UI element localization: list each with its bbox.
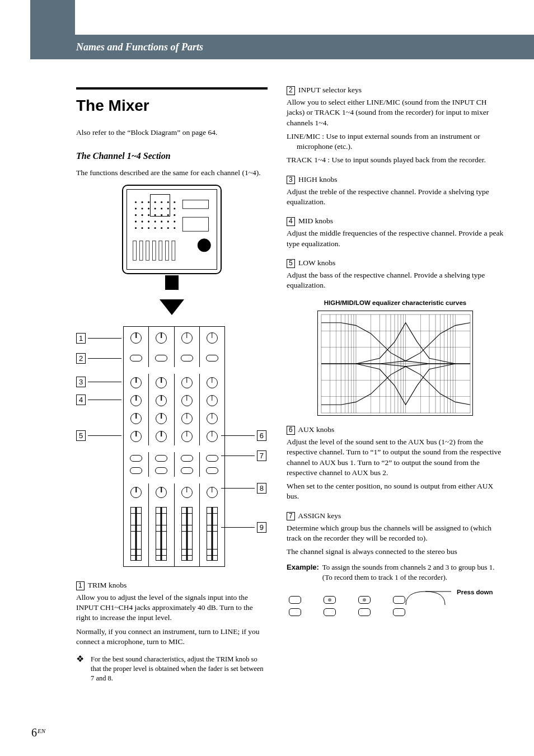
item-assign-keys: 7 ASSIGN keys Determine which group bus …	[287, 511, 504, 616]
svg-point-12	[167, 208, 169, 209]
item-body: LINE/MIC : Use to input external sounds …	[287, 132, 504, 152]
subsection-heading: The Channel 1~4 Section	[76, 150, 268, 162]
svg-rect-35	[133, 241, 137, 260]
svg-point-9	[148, 208, 149, 209]
item-number: 5	[287, 259, 295, 268]
svg-point-14	[135, 214, 137, 216]
assign-keys-illustration	[289, 596, 405, 616]
svg-point-1	[142, 201, 143, 203]
svg-point-44	[198, 239, 210, 252]
svg-point-27	[174, 220, 175, 222]
svg-point-26	[167, 220, 169, 222]
item-low-knobs: 5 LOW knobs Adjust the bass of the respe…	[287, 258, 504, 291]
decorative-sidebar	[30, 0, 75, 35]
svg-point-15	[142, 214, 143, 216]
item-number: 4	[287, 217, 295, 226]
svg-point-6	[174, 201, 175, 203]
item-body: Determine which group bus the channels w…	[287, 523, 504, 543]
item-body: Allow you to adjust the level of the sig…	[76, 593, 268, 623]
svg-point-11	[161, 208, 162, 209]
chart-title: HIGH/MID/LOW equalizer characteristic cu…	[287, 299, 504, 308]
tip-text: For the best sound characteristics, adju…	[91, 655, 268, 683]
item-body: The channel signal is always connected t…	[287, 547, 504, 557]
item-title: INPUT selector keys	[298, 86, 362, 94]
item-title: TRIM knobs	[88, 581, 127, 589]
svg-point-22	[142, 220, 143, 222]
page-heading: The Mixer	[76, 87, 268, 116]
leader-line-icon	[403, 588, 453, 611]
svg-point-18	[161, 214, 162, 216]
svg-rect-40	[165, 241, 168, 260]
svg-point-13	[174, 208, 175, 209]
svg-point-10	[154, 208, 156, 209]
item-body: Adjust the treble of the respective chan…	[287, 187, 504, 207]
item-high-knobs: 3 HIGH knobs Adjust the treble of the re…	[287, 175, 504, 208]
section-title: Names and Functions of Parts	[76, 40, 203, 54]
arrow-down-icon	[165, 275, 179, 290]
svg-point-16	[148, 214, 149, 216]
tip-icon: ❖	[76, 655, 86, 683]
eq-characteristic-chart	[317, 311, 473, 416]
svg-point-3	[154, 201, 156, 203]
callout-6: 6	[257, 430, 266, 442]
item-number: 2	[287, 86, 295, 95]
svg-point-32	[161, 227, 162, 229]
item-title: AUX knobs	[298, 425, 334, 434]
svg-point-0	[135, 201, 137, 203]
item-body: Adjust the bass of the respective channe…	[287, 270, 504, 290]
item-mid-knobs: 4 MID knobs Adjust the middle frequencie…	[287, 216, 504, 249]
item-body: Normally, if you connect an instrument, …	[76, 627, 268, 647]
svg-point-30	[148, 227, 149, 229]
page-number: 6EN	[31, 725, 45, 740]
press-down-label: Press down	[457, 588, 493, 597]
item-title: LOW knobs	[298, 259, 335, 267]
item-number: 6	[287, 426, 295, 435]
callout-2: 2	[76, 353, 86, 364]
item-number: 3	[287, 176, 295, 185]
example-label: Example:	[287, 562, 319, 582]
item-title: MID knobs	[298, 217, 333, 225]
svg-rect-43	[182, 217, 208, 231]
item-trim-knobs: 1 TRIM knobs Allow you to adjust the lev…	[76, 580, 268, 683]
item-body: Adjust the level of the sound sent to th…	[287, 437, 504, 478]
item-aux-knobs: 6 AUX knobs Adjust the level of the soun…	[287, 425, 504, 502]
item-body: Allow you to select either LINE/MIC (sou…	[287, 97, 504, 128]
svg-point-4	[161, 201, 162, 203]
svg-rect-36	[139, 241, 143, 260]
svg-point-24	[154, 220, 156, 222]
svg-point-17	[154, 214, 156, 216]
svg-point-5	[167, 201, 169, 203]
svg-point-33	[167, 227, 169, 229]
svg-point-34	[174, 227, 175, 229]
svg-point-25	[161, 220, 162, 222]
item-body: TRACK 1~4 : Use to input sounds played b…	[287, 155, 504, 165]
svg-point-31	[154, 227, 156, 229]
svg-point-23	[148, 220, 149, 222]
svg-rect-39	[159, 241, 162, 260]
item-body: Adjust the middle frequencies of the res…	[287, 228, 504, 248]
item-number: 1	[76, 581, 85, 590]
callout-5: 5	[76, 430, 86, 442]
svg-point-7	[135, 208, 137, 209]
svg-point-29	[142, 227, 143, 229]
callout-8: 8	[257, 483, 266, 494]
svg-point-20	[174, 214, 175, 216]
item-body: When set to the center position, no soun…	[287, 481, 504, 501]
arrow-down-icon	[160, 299, 184, 315]
callout-3: 3	[76, 377, 86, 388]
svg-point-21	[135, 220, 137, 222]
subsection-intro: The functions described are the same for…	[76, 168, 268, 178]
channel-panel-diagram: 1 2 3 4 5 6 7 8 9	[76, 326, 266, 567]
item-title: ASSIGN keys	[298, 511, 341, 520]
svg-point-28	[135, 227, 137, 229]
example-text: To assign the sounds from channels 2 and…	[322, 562, 504, 582]
callout-1: 1	[76, 333, 86, 344]
callout-4: 4	[76, 395, 86, 406]
svg-point-2	[148, 201, 149, 203]
item-number: 7	[287, 512, 295, 521]
callout-9: 9	[257, 522, 266, 533]
intro-text: Also refer to the “Block Diagram” on pag…	[76, 128, 268, 138]
svg-rect-38	[152, 241, 156, 260]
device-overview-illustration	[122, 185, 222, 274]
callout-7: 7	[257, 450, 266, 462]
